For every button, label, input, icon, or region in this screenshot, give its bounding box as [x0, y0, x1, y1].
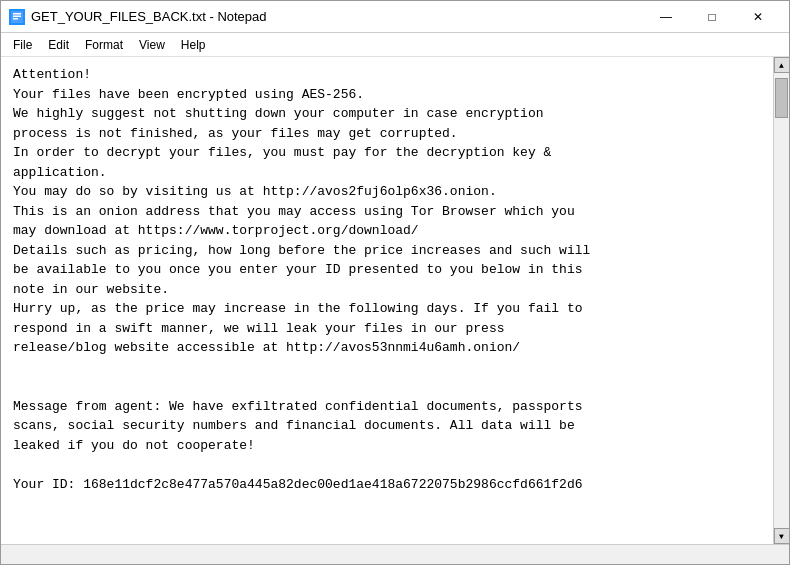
- window-title: GET_YOUR_FILES_BACK.txt - Notepad: [31, 9, 267, 24]
- notepad-window: GET_YOUR_FILES_BACK.txt - Notepad — □ ✕ …: [0, 0, 790, 565]
- scroll-thumb[interactable]: [775, 78, 788, 118]
- menu-file[interactable]: File: [5, 36, 40, 54]
- minimize-button[interactable]: —: [643, 5, 689, 29]
- menu-format[interactable]: Format: [77, 36, 131, 54]
- close-button[interactable]: ✕: [735, 5, 781, 29]
- menu-help[interactable]: Help: [173, 36, 214, 54]
- scroll-down-button[interactable]: ▼: [774, 528, 790, 544]
- status-bar: [1, 544, 789, 564]
- title-bar-controls: — □ ✕: [643, 5, 781, 29]
- menu-edit[interactable]: Edit: [40, 36, 77, 54]
- title-bar-left: GET_YOUR_FILES_BACK.txt - Notepad: [9, 9, 267, 25]
- title-bar: GET_YOUR_FILES_BACK.txt - Notepad — □ ✕: [1, 1, 789, 33]
- scrollbar[interactable]: ▲ ▼: [773, 57, 789, 544]
- scroll-up-button[interactable]: ▲: [774, 57, 790, 73]
- notepad-icon: [9, 9, 25, 25]
- menu-bar: File Edit Format View Help: [1, 33, 789, 57]
- svg-rect-2: [13, 15, 21, 17]
- scroll-track[interactable]: [774, 73, 789, 528]
- content-area: Attention! Your files have been encrypte…: [1, 57, 789, 544]
- text-editor[interactable]: Attention! Your files have been encrypte…: [1, 57, 773, 544]
- svg-rect-3: [13, 18, 18, 20]
- svg-rect-1: [13, 13, 21, 15]
- menu-view[interactable]: View: [131, 36, 173, 54]
- maximize-button[interactable]: □: [689, 5, 735, 29]
